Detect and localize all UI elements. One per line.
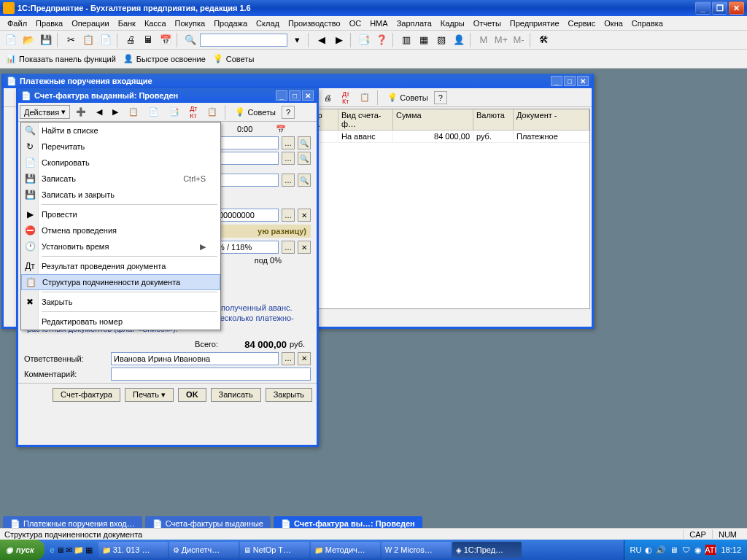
- col-doc[interactable]: Документ -: [514, 109, 589, 130]
- tray-6-icon[interactable]: ATI: [705, 545, 716, 555]
- resp-field[interactable]: Иванова Ирина Ивановна: [111, 352, 279, 365]
- partner-search-button[interactable]: 🔍: [298, 152, 311, 165]
- close-form-button[interactable]: Закрыть: [266, 388, 312, 402]
- menu-service[interactable]: Сервис: [564, 18, 600, 29]
- nav2-icon[interactable]: ▶: [331, 32, 347, 48]
- calc-icon[interactable]: 🖩: [140, 32, 156, 48]
- sf-button[interactable]: Счет-фактура: [53, 388, 120, 402]
- invoice-max-button[interactable]: □: [289, 90, 301, 101]
- menu-windows[interactable]: Окна: [600, 18, 627, 29]
- tray-2-icon[interactable]: 🔊: [656, 545, 666, 555]
- contract-search-button[interactable]: 🔍: [298, 174, 311, 187]
- start-button[interactable]: ◉ пуск: [0, 540, 44, 560]
- org-field[interactable]: [220, 136, 279, 149]
- menu-item-15[interactable]: Редактировать номер: [21, 314, 220, 330]
- task-6[interactable]: ◈ 1С:Пред…: [452, 542, 522, 558]
- payments-max-button[interactable]: □: [564, 76, 576, 86]
- menu-reports[interactable]: Отчеты: [469, 18, 506, 29]
- print-button[interactable]: Печать ▾: [125, 388, 174, 402]
- panel-funcs-button[interactable]: 📊 Показать панель функций: [3, 52, 119, 65]
- task-5[interactable]: W 2 Micros…: [382, 542, 451, 558]
- tray-1-icon[interactable]: ◐: [643, 545, 654, 555]
- ql-app-icon[interactable]: ▦: [85, 545, 93, 555]
- inv-i3[interactable]: ▶: [108, 105, 123, 119]
- comment-field[interactable]: [111, 368, 311, 381]
- menu-item-10[interactable]: ДтРезультат проведения документа: [21, 258, 220, 274]
- mminus-icon[interactable]: M-: [511, 32, 527, 48]
- open-icon[interactable]: 📂: [20, 32, 36, 48]
- ql-ie-icon[interactable]: e: [50, 545, 55, 555]
- menu-os[interactable]: ОС: [345, 18, 366, 29]
- menu-kadry[interactable]: Кадры: [436, 18, 469, 29]
- new-icon[interactable]: 📄: [3, 32, 19, 48]
- menu-item-11[interactable]: 📋Структура подчиненности документа: [21, 274, 220, 290]
- menu-item-8[interactable]: 🕐Установить время▶: [21, 238, 220, 254]
- menu-edit[interactable]: Правка: [31, 18, 67, 29]
- minimize-button[interactable]: _: [695, 1, 711, 15]
- org-search-button[interactable]: 🔍: [298, 136, 311, 149]
- inv-help[interactable]: ?: [282, 106, 295, 119]
- inv-i6[interactable]: 📑: [165, 105, 184, 119]
- ql-folder-icon[interactable]: 📁: [74, 545, 84, 555]
- paste-icon[interactable]: 📄: [98, 32, 114, 48]
- menu-sell[interactable]: Продажа: [209, 18, 252, 29]
- pay-tips[interactable]: 💡 Советы: [383, 90, 432, 104]
- pay-help[interactable]: ?: [434, 91, 447, 104]
- inv-tips[interactable]: 💡 Советы: [231, 105, 279, 119]
- mplus-icon[interactable]: M+: [493, 32, 509, 48]
- pay-i3[interactable]: 📋: [355, 90, 374, 104]
- menu-item-13[interactable]: ✖Закрыть: [21, 294, 220, 310]
- time-field[interactable]: 0:00: [237, 125, 274, 133]
- resp-open-button[interactable]: …: [282, 352, 295, 365]
- menu-operations[interactable]: Операции: [67, 18, 113, 29]
- pay-dtkt[interactable]: ДтКт: [338, 88, 354, 107]
- menu-item-3[interactable]: 💾ЗаписатьCtrl+S: [21, 171, 220, 187]
- menu-item-1[interactable]: ↻Перечитать: [21, 139, 220, 155]
- menu-item-0[interactable]: 🔍Найти в списке: [21, 122, 220, 139]
- user-icon[interactable]: 👤: [451, 32, 467, 48]
- bar2-icon[interactable]: ▦: [416, 32, 432, 48]
- menu-kassa[interactable]: Касса: [140, 18, 171, 29]
- menu-buy[interactable]: Покупка: [171, 18, 210, 29]
- menu-file[interactable]: Файл: [3, 18, 31, 29]
- help-icon[interactable]: ❓: [374, 32, 390, 48]
- task-3[interactable]: 🖥 NetOp T…: [240, 542, 309, 558]
- task-4[interactable]: 📁 Методич…: [311, 542, 380, 558]
- menu-salary[interactable]: Зарплата: [392, 18, 436, 29]
- partner-field[interactable]: [220, 152, 279, 165]
- inv-i4[interactable]: 📋: [124, 105, 143, 119]
- col-sum[interactable]: Сумма: [393, 109, 473, 130]
- ql-desktop-icon[interactable]: 🖥: [56, 545, 64, 555]
- col-type[interactable]: Вид счета-ф…: [338, 109, 393, 130]
- partner-open-button[interactable]: …: [282, 152, 295, 165]
- invoice-close-button[interactable]: ✕: [302, 90, 314, 101]
- cut-icon[interactable]: ✂: [63, 32, 79, 48]
- task-2[interactable]: ⚙ Диспетч…: [169, 542, 239, 558]
- bar3-icon[interactable]: ▧: [433, 32, 449, 48]
- print-icon[interactable]: 🖨: [123, 32, 139, 48]
- save-button[interactable]: Записать: [211, 388, 261, 402]
- find-next-icon[interactable]: ▾: [289, 32, 305, 48]
- copy-icon[interactable]: 📋: [80, 32, 96, 48]
- contract-field[interactable]: [220, 174, 279, 187]
- invoice-actions-button[interactable]: Действия ▾: [20, 105, 70, 119]
- payments-min-button[interactable]: _: [551, 76, 562, 86]
- pay-i2[interactable]: 🖨: [320, 91, 336, 104]
- ql-mail-icon[interactable]: ✉: [66, 545, 72, 555]
- menu-sklad[interactable]: Склад: [252, 18, 284, 29]
- menu-enterprise[interactable]: Предприятие: [506, 18, 564, 29]
- lang-indicator[interactable]: RU: [630, 545, 642, 554]
- invoice-titlebar[interactable]: 📄 Счет-фактура выданный: Проведен _ □ ✕: [18, 88, 317, 103]
- payments-close-button[interactable]: ✕: [577, 76, 589, 86]
- table-row[interactable]: На аванс 84 000,00 руб. Платежное: [289, 131, 589, 143]
- menu-bank[interactable]: Банк: [114, 18, 140, 29]
- tray-5-icon[interactable]: ◉: [693, 545, 703, 555]
- inv-i7[interactable]: 📋: [203, 105, 222, 119]
- search-input[interactable]: [200, 34, 287, 47]
- rate-clear-button[interactable]: ✕: [298, 241, 311, 254]
- ok-button[interactable]: OK: [178, 388, 206, 402]
- menu-nma[interactable]: НМА: [365, 18, 392, 29]
- num-open-button[interactable]: …: [282, 209, 295, 222]
- task-1[interactable]: 📁 31. 013 …: [98, 542, 168, 558]
- tips-button[interactable]: 💡 Советы: [210, 52, 257, 65]
